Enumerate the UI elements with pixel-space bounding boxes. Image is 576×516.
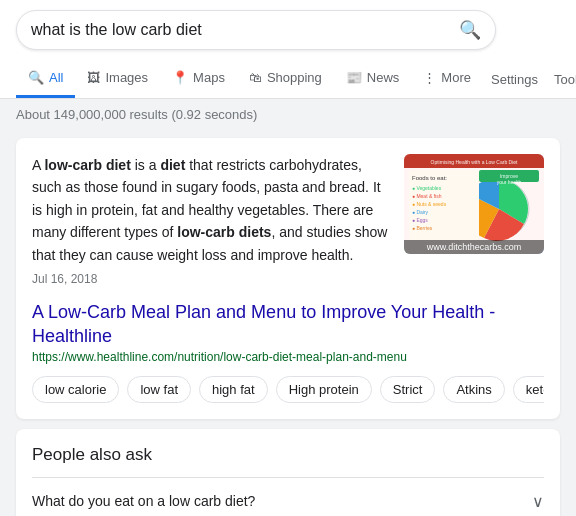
tab-news[interactable]: 📰 News [334, 60, 412, 98]
search-input: what is the low carb diet [31, 21, 451, 39]
result-title[interactable]: A Low-Carb Meal Plan and Menu to Improve… [32, 301, 544, 348]
svg-text:your health: your health [497, 179, 522, 185]
snippet-content: A low-carb diet is a diet that restricts… [32, 154, 544, 289]
pill-keto[interactable]: keto [513, 376, 544, 403]
results-count: About 149,000,000 results (0.92 seconds) [0, 99, 576, 130]
paa-item-1[interactable]: What do you eat on a low carb diet? ∨ [32, 477, 544, 516]
pill-high-protein[interactable]: High protein [276, 376, 372, 403]
bold-low-carb-diets: low-carb diets [177, 224, 271, 240]
result-link[interactable]: A Low-Carb Meal Plan and Menu to Improve… [32, 301, 544, 364]
paa-chevron-1: ∨ [532, 492, 544, 511]
svg-text:Foods to eat:: Foods to eat: [412, 175, 447, 181]
bold-low-carb-diet: low-carb diet [44, 157, 130, 173]
tab-maps-label: Maps [193, 70, 225, 85]
snippet-image-caption: www.ditchthecarbs.com [404, 240, 544, 254]
bold-diet: diet [160, 157, 185, 173]
settings-link[interactable]: Settings [483, 62, 546, 97]
search-icon[interactable]: 🔍 [459, 19, 481, 41]
featured-snippet-card: A low-carb diet is a diet that restricts… [16, 138, 560, 419]
tab-all-label: All [49, 70, 63, 85]
pill-high-fat[interactable]: high fat [199, 376, 268, 403]
tab-images-icon: 🖼 [87, 70, 100, 85]
pill-atkins[interactable]: Atkins [443, 376, 504, 403]
tab-news-icon: 📰 [346, 70, 362, 85]
snippet-date: Jul 16, 2018 [32, 270, 388, 289]
tab-more[interactable]: ⋮ More [411, 60, 483, 98]
pill-strict[interactable]: Strict [380, 376, 436, 403]
tools-link[interactable]: Tools [546, 62, 576, 97]
svg-text:● Meat & fish: ● Meat & fish [412, 193, 442, 199]
tab-all-icon: 🔍 [28, 70, 44, 85]
filter-pills: low calorie low fat high fat High protei… [32, 376, 544, 403]
header: what is the low carb diet 🔍 🔍 All 🖼 Imag… [0, 0, 576, 99]
search-box[interactable]: what is the low carb diet 🔍 [16, 10, 496, 50]
snippet-image: Optimising Health with a Low Carb Diet F… [404, 154, 544, 254]
paa-question-1: What do you eat on a low carb diet? [32, 493, 255, 509]
svg-text:● Vegetables: ● Vegetables [412, 185, 442, 191]
result-url: https://www.healthline.com/nutrition/low… [32, 350, 544, 364]
search-bar-row: what is the low carb diet 🔍 [16, 10, 560, 50]
snippet-text: A low-carb diet is a diet that restricts… [32, 154, 388, 289]
people-also-ask-section: People also ask What do you eat on a low… [16, 429, 560, 516]
svg-text:● Berries: ● Berries [412, 225, 433, 231]
svg-text:● Dairy: ● Dairy [412, 209, 429, 215]
pill-low-calorie[interactable]: low calorie [32, 376, 119, 403]
tab-all[interactable]: 🔍 All [16, 60, 75, 98]
nav-tabs: 🔍 All 🖼 Images 📍 Maps 🛍 Shopping 📰 News … [16, 60, 560, 98]
svg-text:● Nuts & seeds: ● Nuts & seeds [412, 201, 447, 207]
svg-text:● Eggs: ● Eggs [412, 217, 428, 223]
tab-news-label: News [367, 70, 400, 85]
pill-low-fat[interactable]: low fat [127, 376, 191, 403]
svg-text:Optimising Health with a Low C: Optimising Health with a Low Carb Diet [431, 159, 519, 165]
tab-maps[interactable]: 📍 Maps [160, 60, 237, 98]
tab-images[interactable]: 🖼 Images [75, 60, 160, 98]
tab-shopping[interactable]: 🛍 Shopping [237, 60, 334, 98]
tab-more-label: More [441, 70, 471, 85]
main-content: A low-carb diet is a diet that restricts… [0, 130, 576, 516]
tab-shopping-label: Shopping [267, 70, 322, 85]
snippet-image-svg: Optimising Health with a Low Carb Diet F… [404, 154, 544, 254]
tab-more-icon: ⋮ [423, 70, 436, 85]
tab-shopping-icon: 🛍 [249, 70, 262, 85]
tab-images-label: Images [105, 70, 148, 85]
paa-title: People also ask [32, 445, 544, 465]
tab-maps-icon: 📍 [172, 70, 188, 85]
